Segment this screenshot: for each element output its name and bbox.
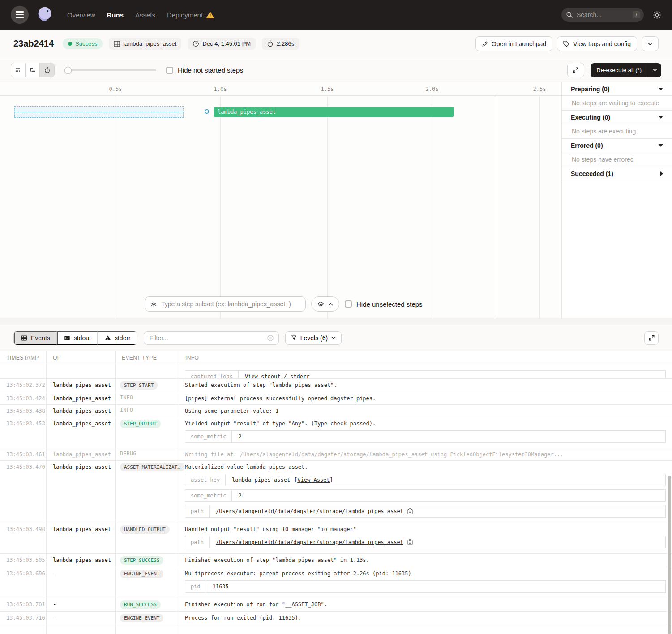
reexecute-all-button[interactable]: Re-execute all (*) (591, 63, 661, 77)
hamburger-menu-button[interactable] (11, 6, 29, 24)
search-input[interactable]: Search... / (561, 8, 644, 22)
event-row: 13:45:03.461lambda_pipes_assetDEBUGWriti… (0, 448, 672, 461)
clipboard-copy-icon[interactable] (407, 539, 413, 545)
gantt-section: 0.5s1.0s1.5s2.0s2.5s lambda_pipes_asset … (0, 82, 672, 318)
metadata-text: lambda_pipes_asset (232, 477, 290, 483)
log-filter-input[interactable]: Filter... (144, 331, 279, 345)
zoom-slider[interactable] (64, 67, 156, 74)
event-info-cell: Finished execution of run for "__ASSET_J… (179, 598, 672, 611)
empty-cell (179, 625, 672, 634)
gridline (327, 96, 328, 318)
axis-tick: 1.5s (321, 86, 334, 92)
timed-view-button[interactable] (40, 63, 54, 77)
metadata-entry: some_metric2 (185, 430, 666, 443)
event-info-cell: Writing file at: /Users/alangenfeld/data… (179, 448, 672, 460)
clipboard-copy-icon[interactable] (407, 508, 413, 514)
event-row: 13:45:03.424lambda_pipes_assetINFO[pipes… (0, 392, 672, 405)
event-info-cell: captured_logsView stdout / stderr (179, 364, 672, 378)
gantt-expand-button[interactable] (567, 63, 584, 77)
nav-item-deployment[interactable]: Deployment (167, 11, 214, 19)
event-info-text: Using some_parameter value: 1 (185, 408, 666, 415)
empty-cell (47, 625, 116, 634)
event-timestamp: 13:45:03.424 (0, 392, 47, 404)
sidebar-empty-executing: No steps are executing (562, 124, 672, 139)
sidebar-section-executing[interactable]: Executing (0) (562, 111, 672, 124)
event-type-cell: INFO (116, 405, 179, 417)
hide-not-started-checkbox[interactable] (166, 67, 173, 74)
event-row: 13:45:03.716-ENGINE_EVENTProcess for run… (0, 612, 672, 625)
event-op: - (47, 567, 116, 598)
graph-options-button[interactable] (311, 296, 339, 312)
nav-item-overview[interactable]: Overview (67, 11, 95, 19)
event-type-cell: STEP_OUTPUT (116, 417, 179, 448)
metadata-value: 2 (232, 431, 248, 442)
event-info-cell: Yielded output "result" of type "Any". (… (179, 417, 672, 448)
gantt-step-bar[interactable]: lambda_pipes_asset (214, 107, 454, 117)
open-in-launchpad-button[interactable]: Open in Launchpad (475, 36, 552, 51)
metadata-link[interactable]: /Users/alangenfeld/data/dagster/storage/… (216, 539, 403, 545)
hide-unselected-checkbox-row[interactable]: Hide unselected steps (345, 300, 423, 308)
event-info-cell: Materialized value lambda_pipes_asset.as… (179, 461, 672, 523)
gridline (220, 96, 221, 318)
vertical-scrollbar[interactable] (668, 476, 671, 634)
search-placeholder: Search... (577, 11, 629, 18)
event-type-cell: STEP_SUCCESS (116, 554, 179, 567)
reexecute-dropdown-button[interactable] (648, 63, 661, 77)
events-expand-button[interactable] (644, 331, 659, 345)
event-info-cell: Handled output "result" using IO manager… (179, 523, 672, 553)
empty-cell (116, 625, 179, 634)
view-tags-config-button[interactable]: View tags and config (557, 36, 637, 51)
event-info-text: Materialized value lambda_pipes_asset. (185, 464, 666, 471)
event-timestamp: 13:45:03.505 (0, 554, 47, 567)
metadata-key: some_metric (185, 490, 232, 501)
event-row: 13:45:03.453lambda_pipes_assetSTEP_OUTPU… (0, 417, 672, 448)
nav-item-assets[interactable]: Assets (135, 11, 155, 19)
event-type-pill: ENGINE_EVENT (120, 570, 163, 578)
hide-unselected-checkbox[interactable] (345, 300, 352, 308)
sidebar-section-succeeded[interactable]: Succeeded (1) (562, 167, 672, 180)
waterfall-view-button[interactable] (26, 63, 40, 77)
zoom-slider-knob[interactable] (64, 67, 72, 74)
event-timestamp: 13:45:03.716 (0, 612, 47, 625)
hide-not-started-checkbox-row[interactable]: Hide not started steps (166, 66, 243, 74)
clear-circle-icon[interactable] (267, 334, 274, 342)
levels-filter-button[interactable]: Levels (6) (285, 331, 342, 345)
events-panel: Events stdout stderr Filter... (0, 325, 672, 634)
axis-tick: 0.5s (109, 86, 122, 92)
event-type-cell: HANDLED_OUTPUT (116, 523, 179, 553)
step-subset-input[interactable]: Type a step subset (ex: lambda_pipes_ass… (145, 296, 306, 312)
event-info-text: [pipes] external process successfully op… (185, 395, 666, 402)
panel-resize-handle[interactable] (0, 318, 672, 325)
column-header-op: OP (47, 351, 116, 364)
dagster-logo[interactable] (34, 4, 55, 25)
nav-item-runs[interactable]: Runs (107, 11, 124, 19)
sidebar-section-errored[interactable]: Errored (0) (562, 139, 672, 152)
tab-stdout[interactable]: stdout (57, 331, 98, 345)
clipboard-copy-icon (407, 508, 413, 514)
metadata-entry: path/Users/alangenfeld/data/dagster/stor… (185, 505, 666, 518)
event-type-pill: STEP_SUCCESS (120, 556, 163, 565)
job-tag[interactable]: lambda_pipes_asset (109, 38, 181, 50)
metadata-key: captured_logs (185, 371, 239, 379)
event-info-cell: Multiprocess executor: parent process ex… (179, 567, 672, 598)
pencil-icon (482, 41, 488, 47)
tab-events[interactable]: Events (14, 331, 57, 345)
sidebar-section-preparing[interactable]: Preparing (0) (562, 82, 672, 96)
chevron-down-icon (653, 69, 657, 72)
sidebar-empty-errored: No steps have errored (562, 152, 672, 167)
metadata-link[interactable]: View stdout / stderr (245, 373, 310, 379)
metadata-link[interactable]: /Users/alangenfeld/data/dagster/storage/… (216, 508, 403, 514)
event-timestamp (0, 364, 47, 378)
event-timestamp: 13:45:02.372 (0, 379, 47, 392)
view-asset-link[interactable]: View Asset (297, 477, 330, 483)
terminal-icon (64, 335, 70, 341)
expand-icon (648, 334, 655, 341)
event-type-label: DEBUG (120, 450, 136, 457)
flat-view-button[interactable] (11, 63, 26, 77)
gridline (432, 96, 432, 318)
event-row: 13:45:03.696-ENGINE_EVENTMultiprocess ex… (0, 567, 672, 598)
event-info-text: Process for run exited (pid: 11635). (185, 615, 666, 621)
settings-gear-icon[interactable] (653, 11, 661, 19)
run-actions-dropdown-button[interactable] (642, 36, 659, 51)
tab-stderr[interactable]: stderr (98, 331, 137, 345)
